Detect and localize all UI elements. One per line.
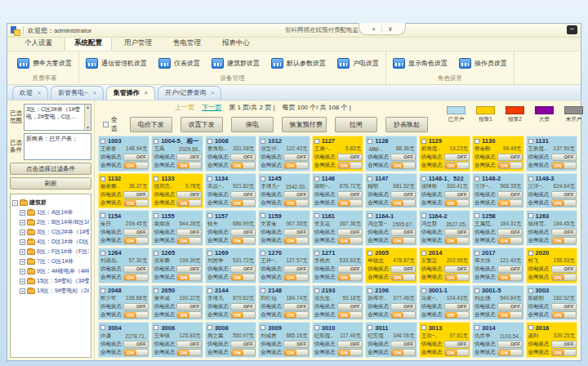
expand-icon[interactable]: + (20, 210, 25, 216)
supply-toggle-off[interactable]: OFF (551, 266, 577, 273)
supply-toggle-off[interactable]: OFF (283, 303, 309, 310)
gate-toggle-on[interactable]: ON (390, 199, 416, 207)
card-checkbox[interactable] (100, 139, 105, 144)
gate-toggle-on[interactable]: ON (230, 162, 256, 169)
supply-toggle-off[interactable]: OFF (444, 191, 470, 199)
card-checkbox[interactable] (314, 251, 319, 256)
supply-toggle-off[interactable]: OFF (497, 341, 523, 348)
supply-toggle-off[interactable]: OFF (551, 154, 577, 161)
supply-toggle-off[interactable]: OFF (176, 266, 202, 273)
card-checkbox[interactable] (261, 251, 265, 256)
supply-toggle-off[interactable]: OFF (230, 303, 256, 310)
menu-tab-1[interactable]: 系统配置 (65, 36, 112, 51)
gate-toggle-on[interactable]: ON (283, 162, 309, 169)
card-checkbox[interactable] (154, 288, 158, 293)
gate-toggle-on[interactable]: ON (497, 199, 523, 207)
gate-toggle-on[interactable]: ON (176, 199, 202, 207)
gate-toggle-on[interactable]: ON (444, 311, 470, 319)
supply-toggle-off[interactable]: OFF (123, 191, 149, 199)
scroll-down-icon[interactable]: ▼ (86, 125, 90, 131)
gate-toggle-on[interactable]: ON (551, 349, 577, 356)
card-checkbox[interactable] (368, 139, 372, 144)
expand-icon[interactable]: + (20, 230, 25, 235)
card-checkbox[interactable] (207, 251, 212, 256)
close-icon[interactable]: × (372, 25, 376, 33)
gate-toggle-on[interactable]: ON (283, 311, 309, 319)
supply-toggle-off[interactable]: OFF (337, 303, 363, 310)
card-checkbox[interactable] (261, 176, 265, 181)
supply-toggle-off[interactable]: OFF (390, 341, 416, 348)
card-checkbox[interactable] (368, 251, 372, 256)
ribbon-button[interactable]: 默认参数设置 (271, 58, 326, 69)
gate-toggle-on[interactable]: ON (551, 311, 577, 319)
tree-item-1[interactable]: +2区：B区1#井/B区1# (12, 217, 89, 227)
supply-toggle-off[interactable]: OFF (230, 229, 256, 236)
prev-page-link[interactable]: 上一页 (175, 103, 194, 112)
gate-toggle-on[interactable]: ON (497, 349, 523, 356)
gate-toggle-on[interactable]: ON (230, 237, 256, 244)
card-checkbox[interactable] (474, 288, 479, 293)
selected-range-listbox[interactable]: 3区：C区2#井（1#变电，2#变电，C区… ▲ ▼ (24, 104, 91, 131)
tree-item-5[interactable]: +7区：G区1#井 (12, 257, 89, 266)
gate-toggle-on[interactable]: ON (337, 199, 363, 207)
selected-condition-listbox[interactable]: 新网表：已开户表； (24, 133, 91, 160)
supply-toggle-off[interactable]: OFF (230, 154, 256, 161)
card-checkbox[interactable] (100, 213, 105, 218)
action-button-2[interactable]: 保电 (231, 117, 274, 132)
expand-icon[interactable]: + (20, 288, 25, 294)
tree-item-8[interactable]: +19区：9#变电站（2# (12, 286, 89, 296)
card-checkbox[interactable] (154, 139, 158, 144)
card-checkbox[interactable] (421, 139, 426, 144)
gate-toggle-on[interactable]: ON (337, 274, 363, 281)
gate-toggle-on[interactable]: ON (390, 162, 416, 169)
supply-toggle-off[interactable]: OFF (551, 191, 577, 199)
supply-toggle-off[interactable]: OFF (337, 191, 363, 199)
supply-toggle-off[interactable]: OFF (390, 154, 416, 161)
next-page-link[interactable]: 下一页 (202, 103, 221, 112)
gate-toggle-on[interactable]: ON (283, 199, 309, 207)
card-checkbox[interactable] (261, 213, 265, 218)
card-checkbox[interactable] (100, 176, 105, 181)
gate-toggle-on[interactable]: ON (551, 199, 577, 207)
gate-toggle-on[interactable]: ON (551, 162, 577, 169)
card-checkbox[interactable] (314, 139, 319, 144)
expand-icon[interactable]: + (20, 259, 25, 265)
card-checkbox[interactable] (100, 251, 105, 256)
gate-toggle-on[interactable]: ON (123, 349, 149, 356)
doc-tab-2[interactable]: 集管操作× (106, 86, 155, 100)
card-checkbox[interactable] (261, 288, 265, 293)
action-button-5[interactable]: 抄表唤起 (385, 117, 428, 132)
gate-toggle-on[interactable]: ON (123, 311, 149, 319)
card-checkbox[interactable] (528, 288, 533, 293)
gate-toggle-on[interactable]: ON (176, 162, 202, 169)
card-checkbox[interactable] (154, 325, 158, 330)
gate-toggle-on[interactable]: ON (176, 274, 202, 281)
card-checkbox[interactable] (368, 288, 372, 293)
supply-toggle-off[interactable]: OFF (176, 229, 202, 236)
tree-item-7[interactable]: +15区：5#变站（3#变 (12, 276, 89, 286)
tree-item-3[interactable]: +4区：D区1#井（D区1 (12, 237, 89, 247)
doc-tab-0[interactable]: 欢迎× (12, 86, 48, 100)
supply-toggle-off[interactable]: OFF (230, 341, 256, 348)
supply-toggle-off[interactable]: OFF (337, 266, 363, 273)
menu-tab-4[interactable]: 报表中心 (213, 37, 259, 51)
action-button-0[interactable]: 电价下发 (130, 117, 172, 132)
card-checkbox[interactable] (368, 325, 372, 330)
gate-toggle-on[interactable]: ON (551, 237, 577, 244)
card-checkbox[interactable] (421, 251, 426, 256)
gate-toggle-on[interactable]: ON (283, 349, 309, 356)
card-checkbox[interactable] (474, 325, 479, 330)
supply-toggle-off[interactable]: OFF (390, 303, 416, 310)
card-checkbox[interactable] (368, 176, 372, 181)
close-tab-icon[interactable]: × (38, 90, 41, 96)
supply-toggle-off[interactable]: OFF (283, 266, 309, 273)
menu-tab-3[interactable]: 售电管理 (164, 37, 210, 51)
card-checkbox[interactable] (474, 251, 479, 256)
card-checkbox[interactable] (207, 325, 212, 330)
supply-toggle-off[interactable]: OFF (337, 341, 363, 348)
card-checkbox[interactable] (474, 213, 479, 218)
card-checkbox[interactable] (207, 176, 212, 181)
supply-toggle-off[interactable]: OFF (551, 303, 577, 310)
action-button-4[interactable]: 拉闸 (335, 117, 377, 132)
gate-toggle-on[interactable]: ON (390, 237, 416, 244)
